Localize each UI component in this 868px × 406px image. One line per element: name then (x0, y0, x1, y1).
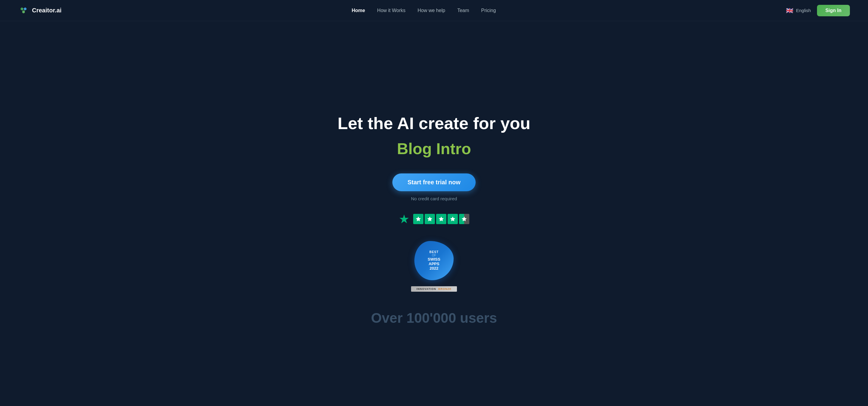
badge-blob: BEST OF SWISS APPS 2022 (414, 241, 454, 280)
award-badge: BEST OF SWISS APPS 2022 (410, 241, 458, 289)
star-1 (413, 214, 424, 224)
badge-year: 2022 (430, 266, 438, 271)
badge-of: OF (432, 254, 436, 257)
logo-text: Creaitor.ai (32, 7, 62, 14)
flag-icon: 🇬🇧 (786, 7, 794, 14)
badge-best: BEST (430, 250, 439, 254)
star-5-half (459, 214, 469, 224)
star-2 (425, 214, 435, 224)
star-3 (436, 214, 446, 224)
badge-ribbon-text: INNOVATION (416, 287, 436, 291)
badge-apps: APPS (429, 262, 439, 266)
logo-icon (18, 5, 29, 16)
trustpilot-area: ★ (399, 212, 469, 226)
nav-how-we-help[interactable]: How we help (418, 8, 445, 13)
nav-team[interactable]: Team (457, 8, 469, 13)
logo-link[interactable]: Creaitor.ai (18, 5, 62, 16)
sign-in-button[interactable]: Sign In (817, 5, 850, 16)
trustpilot-logo-star: ★ (399, 212, 409, 226)
nav-links: Home How it Works How we help Team Prici… (351, 8, 496, 13)
trustpilot-stars (413, 214, 469, 224)
nav-pricing[interactable]: Pricing (481, 8, 496, 13)
hero-title: Let the AI create for you (338, 113, 531, 133)
award-badge-area: BEST OF SWISS APPS 2022 INNOVATION BRONZ… (410, 241, 458, 292)
badge-ribbon: INNOVATION BRONZE (411, 286, 457, 292)
nav-home[interactable]: Home (351, 8, 365, 13)
cta-button[interactable]: Start free trial now (392, 173, 476, 191)
nav-right: 🇬🇧 English Sign In (786, 5, 850, 16)
star-4 (447, 214, 458, 224)
users-count-text: Over 100'000 users (371, 310, 497, 326)
badge-swiss: SWISS (428, 257, 440, 262)
hero-section: Let the AI create for you Blog Intro Sta… (0, 21, 868, 406)
no-credit-card-text: No credit card required (411, 196, 457, 201)
language-selector[interactable]: 🇬🇧 English (786, 7, 811, 14)
nav-how-it-works[interactable]: How it Works (377, 8, 406, 13)
hero-subtitle: Blog Intro (397, 139, 471, 158)
badge-ribbon-highlight: BRONZE (438, 287, 452, 291)
language-label: English (796, 8, 811, 13)
navbar: Creaitor.ai Home How it Works How we hel… (0, 0, 868, 21)
